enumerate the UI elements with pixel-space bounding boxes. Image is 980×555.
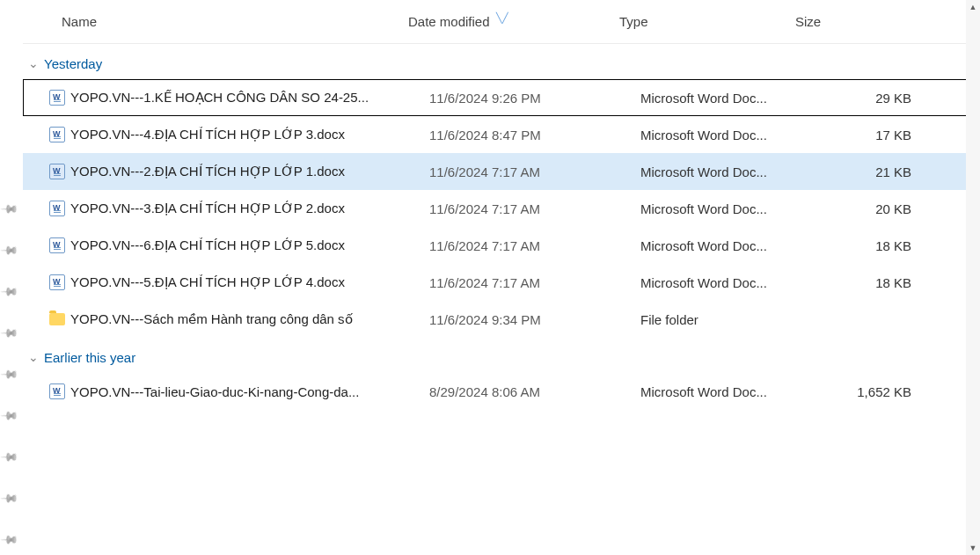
file-type: Microsoft Word Doc... (640, 238, 816, 253)
folder-row[interactable]: YOPO.VN---Sách mềm Hành trang công dân s… (23, 301, 980, 338)
file-name: YOPO.VN---5.ĐỊA CHỈ TÍCH HỢP LỚP 4.docx (70, 274, 429, 290)
file-row[interactable]: YOPO.VN---Tai-lieu-Giao-duc-Ki-nang-Cong… (23, 373, 980, 410)
pin-icon[interactable]: 📌 (0, 197, 21, 220)
word-document-icon (49, 237, 65, 253)
group-header[interactable]: ⌄Earlier this year (23, 341, 980, 373)
word-document-icon (49, 127, 65, 142)
file-size: 1,652 KB (816, 384, 922, 399)
word-document-icon (49, 383, 65, 399)
file-type: Microsoft Word Doc... (640, 164, 816, 179)
file-name: YOPO.VN---6.ĐỊA CHỈ TÍCH HỢP LỚP 5.docx (70, 237, 429, 253)
pin-icon[interactable]: 📌 (0, 238, 21, 261)
column-headers: Name Date modified ╲╱ Type Size (23, 0, 980, 44)
file-row[interactable]: YOPO.VN---1.KẾ HOẠCH CÔNG DÂN SO 24-25..… (23, 79, 980, 116)
pin-icon[interactable]: 📌 (0, 404, 21, 427)
word-document-icon (49, 274, 65, 290)
vertical-scrollbar[interactable]: ▲ ▼ (966, 0, 980, 555)
folder-icon (49, 313, 65, 325)
word-document-icon (49, 164, 65, 179)
file-size: 29 KB (816, 91, 922, 106)
file-date: 11/6/2024 9:34 PM (429, 312, 640, 327)
file-name: YOPO.VN---3.ĐỊA CHỈ TÍCH HỢP LỚP 2.docx (70, 201, 429, 216)
file-size: 18 KB (816, 275, 922, 290)
file-size: 18 KB (816, 238, 922, 253)
file-date: 11/6/2024 7:17 AM (429, 164, 640, 179)
file-type: Microsoft Word Doc... (640, 384, 816, 399)
file-date: 11/6/2024 8:47 PM (429, 128, 640, 142)
chevron-down-icon: ⌄ (28, 56, 39, 70)
file-date: 11/6/2024 7:17 AM (429, 275, 640, 290)
file-type: Microsoft Word Doc... (640, 201, 816, 216)
column-header-size[interactable]: Size (795, 14, 901, 29)
pin-icon[interactable]: 📌 (0, 321, 21, 344)
file-name: YOPO.VN---1.KẾ HOẠCH CÔNG DÂN SO 24-25..… (70, 90, 429, 106)
file-row[interactable]: YOPO.VN---6.ĐỊA CHỈ TÍCH HỢP LỚP 5.docx1… (23, 227, 980, 264)
file-size: 20 KB (816, 201, 922, 216)
scroll-up-arrow-icon[interactable]: ▲ (966, 0, 980, 14)
chevron-down-icon: ⌄ (28, 350, 39, 364)
file-name: YOPO.VN---4.ĐỊA CHỈ TÍCH HỢP LỚP 3.docx (70, 127, 429, 142)
pin-icon[interactable]: 📌 (0, 486, 21, 509)
file-type: File folder (640, 312, 816, 327)
file-name: YOPO.VN---Tai-lieu-Giao-duc-Ki-nang-Cong… (70, 384, 429, 399)
file-type: Microsoft Word Doc... (640, 91, 816, 106)
column-header-date[interactable]: Date modified ╲╱ (408, 14, 619, 29)
file-row[interactable]: YOPO.VN---2.ĐỊA CHỈ TÍCH HỢP LỚP 1.docx1… (23, 153, 980, 190)
column-header-name[interactable]: Name (23, 14, 408, 29)
file-type: Microsoft Word Doc... (640, 275, 816, 290)
pin-icon[interactable]: 📌 (0, 280, 21, 303)
sort-descending-icon: ╲╱ (496, 12, 508, 24)
file-date: 11/6/2024 7:17 AM (429, 238, 640, 253)
file-date: 11/6/2024 7:17 AM (429, 201, 640, 216)
file-row[interactable]: YOPO.VN---3.ĐỊA CHỈ TÍCH HỢP LỚP 2.docx1… (23, 190, 980, 227)
quick-access-sidebar: 📌📌📌📌📌📌📌📌📌 (0, 0, 19, 555)
group-label: Earlier this year (44, 350, 135, 365)
pin-icon[interactable]: 📌 (0, 362, 21, 385)
file-type: Microsoft Word Doc... (640, 128, 816, 142)
pin-icon[interactable]: 📌 (0, 528, 21, 551)
file-size: 21 KB (816, 164, 922, 179)
column-header-type[interactable]: Type (619, 14, 795, 29)
file-size: 17 KB (816, 128, 922, 142)
group-header[interactable]: ⌄Yesterday (23, 47, 980, 79)
file-list-pane: Name Date modified ╲╱ Type Size ⌄Yesterd… (19, 0, 980, 555)
group-label: Yesterday (44, 56, 102, 71)
word-document-icon (49, 90, 65, 106)
word-document-icon (49, 201, 65, 216)
pin-icon[interactable]: 📌 (0, 445, 21, 468)
file-name: YOPO.VN---Sách mềm Hành trang công dân s… (70, 311, 429, 327)
file-date: 11/6/2024 9:26 PM (429, 91, 640, 106)
scroll-down-arrow-icon[interactable]: ▼ (966, 541, 980, 555)
file-date: 8/29/2024 8:06 AM (429, 384, 640, 399)
file-row[interactable]: YOPO.VN---5.ĐỊA CHỈ TÍCH HỢP LỚP 4.docx1… (23, 264, 980, 301)
file-row[interactable]: YOPO.VN---4.ĐỊA CHỈ TÍCH HỢP LỚP 3.docx1… (23, 116, 980, 153)
file-name: YOPO.VN---2.ĐỊA CHỈ TÍCH HỢP LỚP 1.docx (70, 164, 429, 179)
column-header-date-label: Date modified (408, 14, 490, 29)
